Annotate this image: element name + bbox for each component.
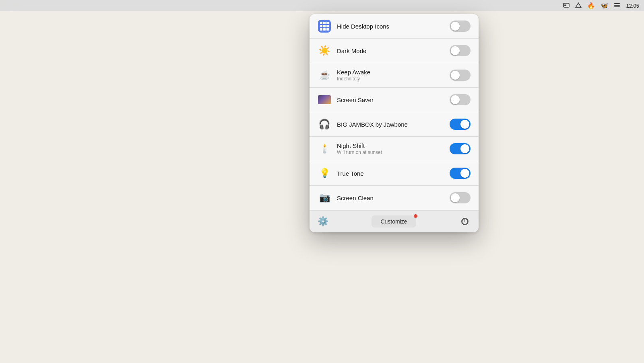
keep-awake-toggle[interactable] (450, 70, 471, 81)
screen-clean-label: Screen Clean (337, 195, 444, 201)
night-shift-toggle[interactable] (450, 143, 471, 154)
dark-mode-item: ☀️ Dark Mode (310, 39, 479, 63)
keep-awake-label: Keep Awake (337, 69, 444, 76)
screensaver-icon (318, 93, 331, 107)
dark-mode-text: Dark Mode (337, 47, 444, 54)
svg-rect-5 (614, 6, 620, 7)
grid-icon (318, 19, 331, 33)
popup-panel: Hide Desktop Icons ☀️ Dark Mode ☕ Keep A… (310, 14, 479, 232)
flame-icon[interactable]: 🔥 (587, 2, 595, 9)
night-shift-text: Night Shift Will turn on at sunset (337, 142, 444, 155)
true-tone-toggle[interactable] (450, 168, 471, 179)
menubar-icons: 🔥 🦋 12:05 (563, 2, 639, 10)
screen-clean-text: Screen Clean (337, 195, 444, 201)
screen-saver-toggle[interactable] (450, 94, 471, 105)
big-jambox-item: 🎧 BIG JAMBOX by Jawbone (310, 112, 479, 137)
controls-icon[interactable] (614, 2, 620, 10)
butterfly-icon[interactable]: 🦋 (601, 2, 608, 9)
svg-rect-3 (614, 3, 620, 4)
headphones-icon: 🎧 (318, 117, 331, 131)
sun-icon: ☀️ (318, 44, 331, 57)
keep-awake-text: Keep Awake Indefinitely (337, 69, 444, 82)
hide-desktop-icons-label: Hide Desktop Icons (337, 23, 444, 30)
big-jambox-text: BIG JAMBOX by Jawbone (337, 121, 444, 128)
big-jambox-label: BIG JAMBOX by Jawbone (337, 121, 444, 128)
screen-saver-label: Screen Saver (337, 96, 444, 103)
clock: 12:05 (626, 3, 639, 9)
popup-footer: ⚙️ Customize (310, 210, 479, 232)
coffee-icon: ☕ (318, 68, 331, 82)
night-shift-item: 🕯️ Night Shift Will turn on at sunset (310, 137, 479, 161)
keep-awake-sublabel: Indefinitely (337, 76, 444, 82)
svg-marker-2 (576, 3, 581, 8)
dark-mode-toggle[interactable] (450, 45, 471, 56)
screen-saver-text: Screen Saver (337, 96, 444, 103)
hide-desktop-icons-item: Hide Desktop Icons (310, 14, 479, 39)
svg-rect-4 (614, 5, 620, 6)
hide-desktop-icons-text: Hide Desktop Icons (337, 23, 444, 30)
big-jambox-toggle[interactable] (450, 119, 471, 130)
true-tone-text: True Tone (337, 170, 444, 177)
night-shift-sublabel: Will turn on at sunset (337, 150, 444, 155)
customize-button[interactable]: Customize (372, 215, 416, 228)
customize-badge (414, 214, 417, 218)
dark-mode-label: Dark Mode (337, 47, 444, 54)
truetone-icon: 💡 (318, 166, 331, 180)
night-shift-label: Night Shift (337, 142, 444, 149)
settings-icon[interactable]: ⚙️ (318, 216, 328, 227)
true-tone-label: True Tone (337, 170, 444, 177)
nightshift-icon: 🕯️ (318, 142, 331, 156)
keep-awake-item: ☕ Keep Awake Indefinitely (310, 63, 479, 88)
hide-desktop-icons-toggle[interactable] (450, 21, 471, 32)
svg-point-1 (564, 4, 566, 6)
delta-icon[interactable] (575, 2, 582, 10)
screenclean-icon: 📷 (318, 191, 331, 205)
menubar: 🔥 🦋 12:05 (0, 0, 644, 11)
true-tone-item: 💡 True Tone (310, 161, 479, 186)
screen-clean-item: 📷 Screen Clean (310, 186, 479, 210)
one-switch-icon[interactable] (563, 2, 570, 10)
screen-clean-toggle[interactable] (450, 192, 471, 203)
power-icon[interactable] (459, 216, 471, 227)
screen-saver-item: Screen Saver (310, 88, 479, 112)
